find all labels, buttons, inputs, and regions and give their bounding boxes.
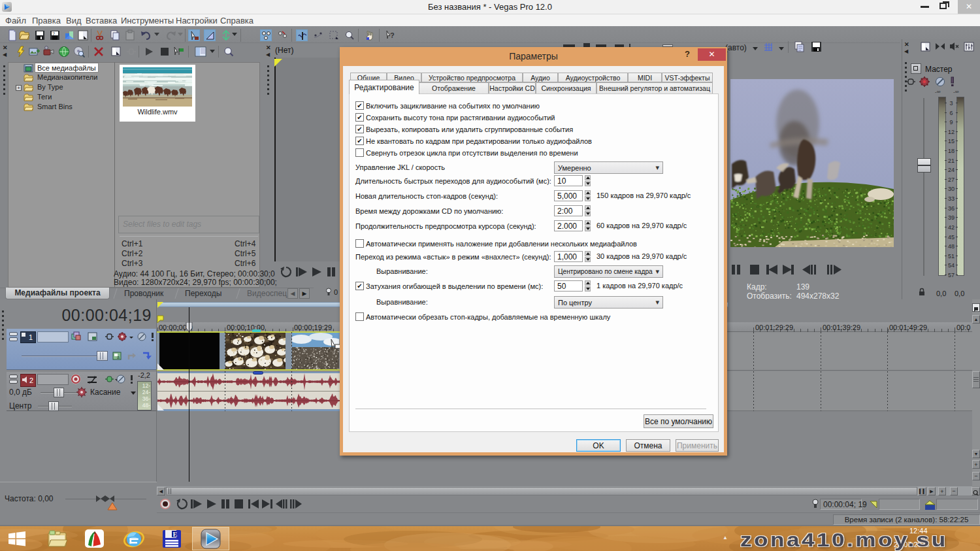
svg-text:E: E xyxy=(173,531,178,538)
svg-text:?: ? xyxy=(390,31,395,39)
svg-text:?: ? xyxy=(52,31,55,36)
svg-text:a: a xyxy=(117,355,120,359)
